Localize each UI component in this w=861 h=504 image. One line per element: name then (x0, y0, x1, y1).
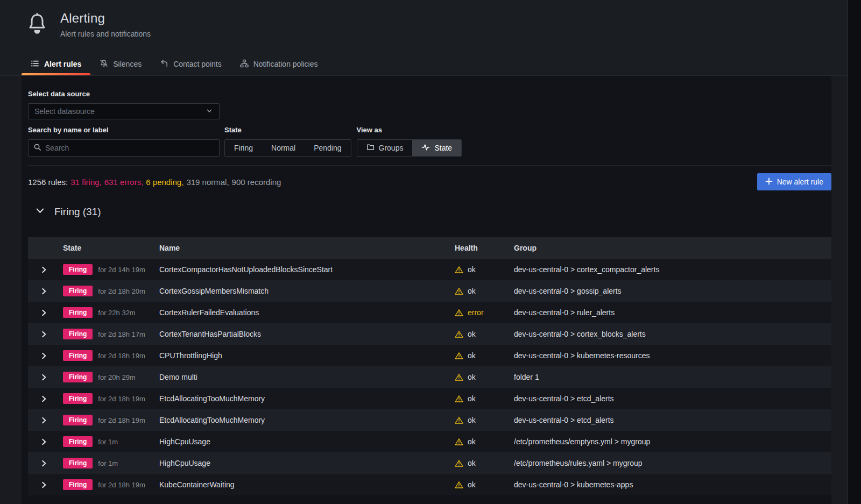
rule-group: dev-us-central-0 > etcd_alerts (514, 416, 831, 424)
rule-group: dev-us-central-0 > gossip_alerts (514, 287, 831, 295)
firing-state-badge: Firing (63, 286, 93, 296)
table-row[interactable]: Firing for 22h 32m CortexRulerFailedEval… (28, 302, 831, 323)
rule-group: dev-us-central-0 > kubernetes-resources (514, 351, 831, 360)
health-text: ok (468, 459, 476, 467)
vertical-scrollbar[interactable] (847, 0, 861, 504)
state-option-pending[interactable]: Pending (305, 140, 350, 156)
state-filter-group: Firing Normal Pending (224, 139, 351, 157)
health-text: ok (468, 265, 476, 274)
table-row[interactable]: Firing for 2d 18h 17m CortexTenantHasPar… (28, 323, 831, 345)
expand-row-button[interactable] (28, 330, 59, 338)
firing-duration: for 1m (98, 438, 118, 446)
rule-group: dev-us-central-0 > cortex_blocks_alerts (514, 330, 831, 338)
alert-rules-table: State Name Health Group Firing for 2d 14… (28, 237, 831, 495)
table-body: Firing for 2d 14h 19m CortexCompactorHas… (28, 259, 831, 495)
tab-notification-policies[interactable]: Notification policies (231, 53, 327, 75)
datasource-select[interactable]: Select datasource (28, 103, 220, 119)
rule-health: ok (455, 265, 514, 274)
firing-state-badge: Firing (63, 329, 93, 339)
table-row[interactable]: Firing for 2d 18h 20m CortexGossipMember… (28, 280, 831, 302)
table-row[interactable]: Firing for 2d 18h 19m KubeContainerWaiti… (28, 474, 831, 495)
rule-health: ok (455, 394, 514, 403)
search-label: Search by name or label (28, 126, 220, 135)
view-as-group: Groups State (357, 139, 462, 157)
rule-health: ok (455, 373, 514, 381)
chevron-right-icon (40, 330, 48, 338)
expand-row-button[interactable] (28, 309, 59, 317)
bell-slash-icon (100, 59, 108, 69)
table-row[interactable]: Firing for 2d 18h 19m EtcdAllocatingTooM… (28, 388, 831, 409)
summary-normal: 319 normal, (186, 178, 229, 187)
expand-row-button[interactable] (28, 395, 59, 403)
view-as-groups[interactable]: Groups (357, 140, 413, 156)
table-row[interactable]: Firing for 2d 14h 19m CortexCompactorHas… (28, 259, 831, 280)
chevron-right-icon (40, 481, 48, 489)
rule-health: ok (455, 287, 514, 295)
expand-row-button[interactable] (28, 287, 59, 295)
column-header-name: Name (159, 244, 455, 252)
rule-name: HighCpuUsage (159, 437, 455, 446)
table-row[interactable]: Firing for 1m HighCpuUsage ok /etc/prome… (28, 431, 831, 452)
summary-row: 1256 rules: 31 firing, 631 errors, 6 pen… (28, 173, 831, 190)
firing-duration: for 22h 32m (98, 309, 135, 317)
expand-row-button[interactable] (28, 373, 59, 381)
warning-icon (455, 395, 463, 403)
tab-silences[interactable]: Silences (90, 53, 151, 75)
rule-name: Demo multi (159, 373, 455, 381)
sitemap-icon (240, 59, 249, 69)
table-row[interactable]: Firing for 1m HighCpuUsage ok /etc/prome… (28, 452, 831, 474)
rule-group: dev-us-central-0 > kubernetes-apps (514, 480, 831, 489)
firing-duration: for 1m (98, 459, 118, 467)
rule-health: ok (455, 416, 514, 424)
warning-icon (455, 416, 463, 424)
view-as-state[interactable]: State (412, 140, 461, 156)
health-text: error (468, 308, 484, 317)
chevron-down-icon[interactable] (35, 205, 45, 218)
firing-state-badge: Firing (63, 307, 93, 318)
expand-row-button[interactable] (28, 266, 59, 274)
state-option-normal[interactable]: Normal (262, 140, 305, 156)
rule-group: dev-us-central-0 > ruler_alerts (514, 308, 831, 317)
tab-contact-points[interactable]: Contact points (151, 53, 231, 75)
view-as-option-label: State (434, 144, 452, 152)
health-text: ok (468, 351, 476, 360)
table-row[interactable]: Firing for 2d 18h 19m CPUThrottlingHigh … (28, 345, 831, 366)
chevron-right-icon (40, 373, 48, 381)
warning-icon (455, 309, 463, 317)
table-row[interactable]: Firing for 20h 29m Demo multi ok folder … (28, 366, 831, 388)
content-panel: Select data source Select datasource Sea… (22, 76, 831, 504)
chevron-right-icon (40, 309, 48, 317)
firing-state-badge: Firing (63, 458, 93, 468)
firing-state-badge: Firing (63, 479, 93, 490)
expand-row-button[interactable] (28, 352, 59, 360)
rule-name: KubeContainerWaiting (159, 480, 455, 489)
datasource-label: Select data source (28, 90, 831, 99)
warning-icon (455, 459, 463, 467)
new-alert-rule-button[interactable]: New alert rule (757, 173, 831, 190)
summary-total: 1256 rules: (28, 178, 68, 187)
firing-state-badge: Firing (63, 372, 93, 382)
firing-section-header[interactable]: Firing (31) (28, 205, 831, 218)
summary-firing: 31 firing, (70, 178, 102, 187)
tab-label: Notification policies (253, 60, 318, 68)
expand-row-button[interactable] (28, 416, 59, 424)
tab-alert-rules[interactable]: Alert rules (22, 53, 90, 75)
firing-duration: for 2d 18h 19m (98, 352, 145, 360)
expand-row-button[interactable] (28, 481, 59, 489)
firing-state-badge: Firing (63, 393, 93, 404)
chevron-right-icon (40, 266, 48, 274)
rule-name: CortexTenantHasPartialBlocks (159, 330, 455, 338)
datasource-placeholder: Select datasource (34, 107, 95, 116)
table-row[interactable]: Firing for 2d 18h 19m EtcdAllocatingTooM… (28, 409, 831, 431)
search-input[interactable] (45, 144, 214, 152)
rule-name: CortexGossipMembersMismatch (159, 287, 455, 295)
state-option-firing[interactable]: Firing (225, 140, 262, 156)
rule-health: ok (455, 330, 514, 338)
chevron-right-icon (40, 287, 48, 295)
health-text: ok (468, 394, 476, 403)
chevron-right-icon (40, 438, 48, 446)
firing-duration: for 2d 18h 19m (98, 416, 145, 424)
expand-row-button[interactable] (28, 459, 59, 467)
firing-state-badge: Firing (63, 415, 93, 425)
expand-row-button[interactable] (28, 438, 59, 446)
